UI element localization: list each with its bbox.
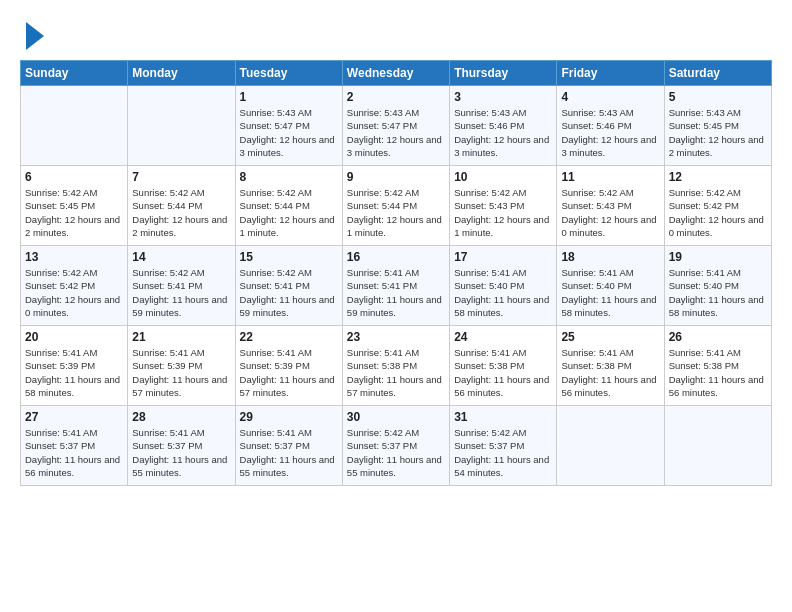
calendar-cell: 7Sunrise: 5:42 AMSunset: 5:44 PMDaylight… [128,166,235,246]
day-detail: Sunrise: 5:41 AMSunset: 5:37 PMDaylight:… [240,426,338,479]
calendar-cell: 19Sunrise: 5:41 AMSunset: 5:40 PMDayligh… [664,246,771,326]
calendar-cell: 12Sunrise: 5:42 AMSunset: 5:42 PMDayligh… [664,166,771,246]
calendar-header: SundayMondayTuesdayWednesdayThursdayFrid… [21,61,772,86]
header-day: Thursday [450,61,557,86]
day-detail: Sunrise: 5:41 AMSunset: 5:40 PMDaylight:… [454,266,552,319]
day-number: 14 [132,250,230,264]
calendar-week: 1Sunrise: 5:43 AMSunset: 5:47 PMDaylight… [21,86,772,166]
header-day: Saturday [664,61,771,86]
calendar-cell: 26Sunrise: 5:41 AMSunset: 5:38 PMDayligh… [664,326,771,406]
calendar-cell: 2Sunrise: 5:43 AMSunset: 5:47 PMDaylight… [342,86,449,166]
calendar-table: SundayMondayTuesdayWednesdayThursdayFrid… [20,60,772,486]
calendar-week: 13Sunrise: 5:42 AMSunset: 5:42 PMDayligh… [21,246,772,326]
day-detail: Sunrise: 5:42 AMSunset: 5:44 PMDaylight:… [240,186,338,239]
day-detail: Sunrise: 5:42 AMSunset: 5:37 PMDaylight:… [454,426,552,479]
day-detail: Sunrise: 5:43 AMSunset: 5:46 PMDaylight:… [561,106,659,159]
day-detail: Sunrise: 5:41 AMSunset: 5:38 PMDaylight:… [669,346,767,399]
calendar-cell: 16Sunrise: 5:41 AMSunset: 5:41 PMDayligh… [342,246,449,326]
calendar-cell: 17Sunrise: 5:41 AMSunset: 5:40 PMDayligh… [450,246,557,326]
day-detail: Sunrise: 5:41 AMSunset: 5:40 PMDaylight:… [561,266,659,319]
logo-arrow-icon [26,22,44,50]
calendar-cell: 4Sunrise: 5:43 AMSunset: 5:46 PMDaylight… [557,86,664,166]
header-day: Friday [557,61,664,86]
day-detail: Sunrise: 5:42 AMSunset: 5:41 PMDaylight:… [132,266,230,319]
calendar-cell: 24Sunrise: 5:41 AMSunset: 5:38 PMDayligh… [450,326,557,406]
day-number: 24 [454,330,552,344]
day-detail: Sunrise: 5:41 AMSunset: 5:38 PMDaylight:… [347,346,445,399]
calendar-cell: 21Sunrise: 5:41 AMSunset: 5:39 PMDayligh… [128,326,235,406]
calendar-cell [21,86,128,166]
calendar-week: 27Sunrise: 5:41 AMSunset: 5:37 PMDayligh… [21,406,772,486]
header-day: Monday [128,61,235,86]
day-number: 10 [454,170,552,184]
day-number: 4 [561,90,659,104]
calendar-cell: 18Sunrise: 5:41 AMSunset: 5:40 PMDayligh… [557,246,664,326]
day-detail: Sunrise: 5:42 AMSunset: 5:41 PMDaylight:… [240,266,338,319]
day-number: 20 [25,330,123,344]
calendar-cell [128,86,235,166]
calendar-cell: 20Sunrise: 5:41 AMSunset: 5:39 PMDayligh… [21,326,128,406]
calendar-cell: 5Sunrise: 5:43 AMSunset: 5:45 PMDaylight… [664,86,771,166]
day-number: 9 [347,170,445,184]
calendar-cell: 25Sunrise: 5:41 AMSunset: 5:38 PMDayligh… [557,326,664,406]
day-detail: Sunrise: 5:42 AMSunset: 5:43 PMDaylight:… [454,186,552,239]
day-detail: Sunrise: 5:42 AMSunset: 5:37 PMDaylight:… [347,426,445,479]
day-number: 27 [25,410,123,424]
day-number: 29 [240,410,338,424]
day-number: 11 [561,170,659,184]
day-number: 22 [240,330,338,344]
day-number: 17 [454,250,552,264]
day-detail: Sunrise: 5:42 AMSunset: 5:44 PMDaylight:… [347,186,445,239]
day-detail: Sunrise: 5:43 AMSunset: 5:47 PMDaylight:… [347,106,445,159]
calendar-cell: 23Sunrise: 5:41 AMSunset: 5:38 PMDayligh… [342,326,449,406]
day-number: 13 [25,250,123,264]
day-number: 18 [561,250,659,264]
day-detail: Sunrise: 5:43 AMSunset: 5:47 PMDaylight:… [240,106,338,159]
day-detail: Sunrise: 5:41 AMSunset: 5:39 PMDaylight:… [132,346,230,399]
day-number: 3 [454,90,552,104]
day-number: 7 [132,170,230,184]
day-number: 5 [669,90,767,104]
logo [20,20,44,50]
day-detail: Sunrise: 5:42 AMSunset: 5:42 PMDaylight:… [25,266,123,319]
calendar-cell: 10Sunrise: 5:42 AMSunset: 5:43 PMDayligh… [450,166,557,246]
header-day: Tuesday [235,61,342,86]
calendar-week: 20Sunrise: 5:41 AMSunset: 5:39 PMDayligh… [21,326,772,406]
calendar-cell: 13Sunrise: 5:42 AMSunset: 5:42 PMDayligh… [21,246,128,326]
calendar-cell: 14Sunrise: 5:42 AMSunset: 5:41 PMDayligh… [128,246,235,326]
calendar-cell [664,406,771,486]
day-number: 30 [347,410,445,424]
day-detail: Sunrise: 5:41 AMSunset: 5:37 PMDaylight:… [25,426,123,479]
calendar-cell: 15Sunrise: 5:42 AMSunset: 5:41 PMDayligh… [235,246,342,326]
calendar-cell: 30Sunrise: 5:42 AMSunset: 5:37 PMDayligh… [342,406,449,486]
calendar-cell: 9Sunrise: 5:42 AMSunset: 5:44 PMDaylight… [342,166,449,246]
calendar-week: 6Sunrise: 5:42 AMSunset: 5:45 PMDaylight… [21,166,772,246]
day-detail: Sunrise: 5:41 AMSunset: 5:39 PMDaylight:… [240,346,338,399]
day-detail: Sunrise: 5:42 AMSunset: 5:43 PMDaylight:… [561,186,659,239]
day-detail: Sunrise: 5:42 AMSunset: 5:45 PMDaylight:… [25,186,123,239]
day-detail: Sunrise: 5:42 AMSunset: 5:42 PMDaylight:… [669,186,767,239]
day-number: 23 [347,330,445,344]
day-number: 6 [25,170,123,184]
day-number: 1 [240,90,338,104]
calendar-cell: 1Sunrise: 5:43 AMSunset: 5:47 PMDaylight… [235,86,342,166]
day-detail: Sunrise: 5:41 AMSunset: 5:40 PMDaylight:… [669,266,767,319]
day-detail: Sunrise: 5:43 AMSunset: 5:45 PMDaylight:… [669,106,767,159]
day-number: 12 [669,170,767,184]
day-number: 21 [132,330,230,344]
calendar-cell: 31Sunrise: 5:42 AMSunset: 5:37 PMDayligh… [450,406,557,486]
calendar-cell: 3Sunrise: 5:43 AMSunset: 5:46 PMDaylight… [450,86,557,166]
day-detail: Sunrise: 5:41 AMSunset: 5:41 PMDaylight:… [347,266,445,319]
calendar-cell: 6Sunrise: 5:42 AMSunset: 5:45 PMDaylight… [21,166,128,246]
day-detail: Sunrise: 5:43 AMSunset: 5:46 PMDaylight:… [454,106,552,159]
day-number: 28 [132,410,230,424]
day-number: 15 [240,250,338,264]
calendar-cell [557,406,664,486]
day-number: 8 [240,170,338,184]
calendar-cell: 22Sunrise: 5:41 AMSunset: 5:39 PMDayligh… [235,326,342,406]
day-number: 26 [669,330,767,344]
day-number: 2 [347,90,445,104]
day-detail: Sunrise: 5:41 AMSunset: 5:38 PMDaylight:… [454,346,552,399]
day-detail: Sunrise: 5:41 AMSunset: 5:37 PMDaylight:… [132,426,230,479]
header-row: SundayMondayTuesdayWednesdayThursdayFrid… [21,61,772,86]
